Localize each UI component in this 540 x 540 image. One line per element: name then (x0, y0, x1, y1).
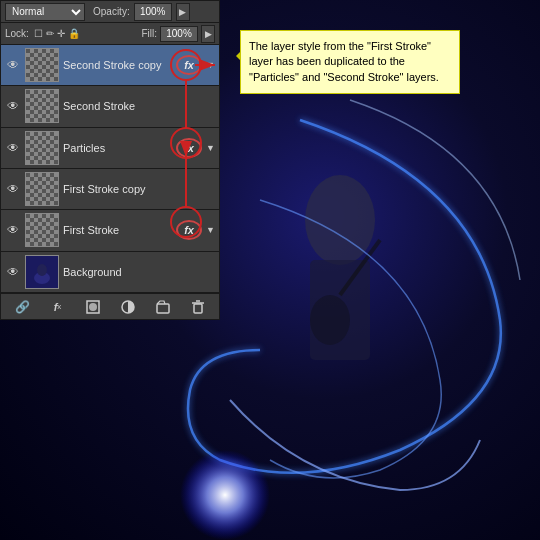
layers-panel: Normal Opacity: 100% ▶ Lock: ☐ ✏ ✛ 🔒 Fil… (0, 0, 220, 320)
layer-row-first-stroke-copy[interactable]: 👁 First Stroke copy (1, 169, 219, 210)
layer-thumb-first-stroke-copy (25, 172, 59, 206)
fx-badge-first-stroke: fx (176, 220, 202, 240)
layer-row-second-stroke[interactable]: 👁 Second Stroke (1, 86, 219, 127)
layer-name-second-stroke: Second Stroke (63, 100, 215, 112)
callout-box: The layer style from the "First Stroke" … (240, 30, 460, 94)
svg-rect-13 (194, 304, 202, 313)
layer-row-second-stroke-copy[interactable]: 👁 Second Stroke copy fx ▼ (1, 45, 219, 86)
layer-name-background: Background (63, 266, 215, 278)
lock-fill-bar: Lock: ☐ ✏ ✛ 🔒 Fill: 100% ▶ (1, 23, 219, 45)
visibility-icon-particles[interactable]: 👁 (5, 140, 21, 156)
layer-name-particles: Particles (63, 142, 172, 154)
layer-name-first-stroke-copy: First Stroke copy (63, 183, 215, 195)
add-layer-style-icon[interactable]: fx (48, 297, 68, 317)
svg-point-10 (89, 303, 97, 311)
fx-arrow-first-stroke[interactable]: ▼ (206, 225, 215, 235)
opacity-arrow[interactable]: ▶ (176, 3, 190, 21)
layer-thumb-second-stroke (25, 89, 59, 123)
create-group-icon[interactable] (153, 297, 173, 317)
fill-value: 100% (160, 26, 198, 42)
layers-list: 👁 Second Stroke copy fx ▼ 👁 Second Strok… (1, 45, 219, 293)
blend-mode-select[interactable]: Normal (5, 3, 85, 21)
lock-label: Lock: (5, 28, 29, 39)
fill-label: Fill: (141, 28, 157, 39)
delete-layer-icon[interactable] (188, 297, 208, 317)
add-mask-icon[interactable] (83, 297, 103, 317)
layer-row-particles[interactable]: 👁 Particles fx ▼ (1, 128, 219, 169)
layer-row-first-stroke[interactable]: 👁 First Stroke fx ▼ (1, 210, 219, 251)
opacity-value: 100% (134, 3, 172, 21)
opacity-label: Opacity: (93, 6, 130, 17)
link-layers-icon[interactable]: 🔗 (13, 297, 33, 317)
visibility-icon-first-stroke-copy[interactable]: 👁 (5, 181, 21, 197)
blend-opacity-bar: Normal Opacity: 100% ▶ (1, 1, 219, 23)
fx-badge-particles: fx (176, 138, 202, 158)
visibility-icon-second-stroke[interactable]: 👁 (5, 98, 21, 114)
layer-thumb-first-stroke (25, 213, 59, 247)
fx-arrow-second-stroke-copy[interactable]: ▼ (206, 60, 215, 70)
layer-thumb-particles (25, 131, 59, 165)
callout-text: The layer style from the "First Stroke" … (249, 40, 439, 83)
visibility-icon-first-stroke[interactable]: 👁 (5, 222, 21, 238)
lock-all-icon[interactable]: 🔒 (68, 28, 80, 39)
svg-point-8 (37, 264, 47, 276)
visibility-icon-second-stroke-copy[interactable]: 👁 (5, 57, 21, 73)
svg-rect-12 (157, 304, 169, 313)
layer-thumb-background (25, 255, 59, 289)
layer-row-background[interactable]: 👁 Background (1, 252, 219, 293)
layer-name-second-stroke-copy: Second Stroke copy (63, 59, 172, 71)
fx-badge-second-stroke-copy: fx (176, 55, 202, 75)
layer-name-first-stroke: First Stroke (63, 224, 172, 236)
layer-thumb-second-stroke-copy (25, 48, 59, 82)
add-adjustment-icon[interactable] (118, 297, 138, 317)
visibility-icon-background[interactable]: 👁 (5, 264, 21, 280)
lock-transparent-icon[interactable]: ☐ (34, 28, 43, 39)
fx-arrow-particles[interactable]: ▼ (206, 143, 215, 153)
lock-position-icon[interactable]: ✛ (57, 28, 65, 39)
layers-bottom-toolbar: 🔗 fx (1, 293, 219, 319)
fill-arrow[interactable]: ▶ (201, 25, 215, 43)
lock-brush-icon[interactable]: ✏ (46, 28, 54, 39)
